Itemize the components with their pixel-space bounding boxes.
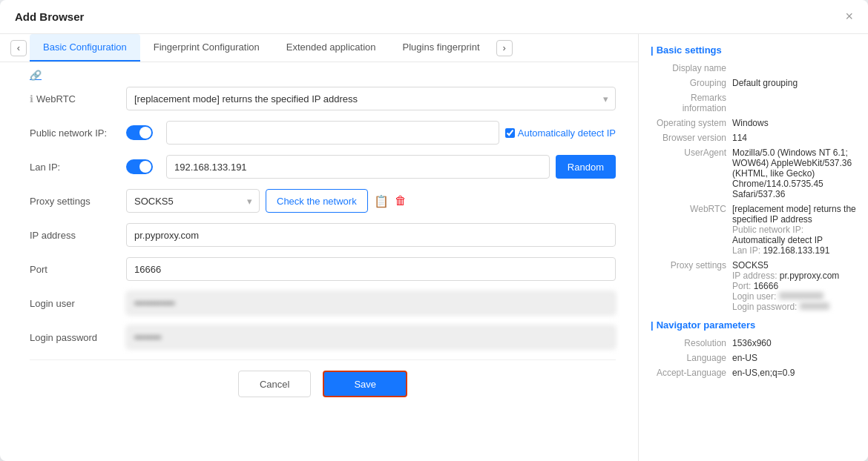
side-remarks: Remarks information xyxy=(651,93,856,113)
side-display-name: Display name xyxy=(651,63,856,73)
tab-fingerprint-configuration[interactable]: Fingerprint Configuration xyxy=(140,34,273,62)
side-login-user-blurred xyxy=(779,292,823,299)
tab-scroll-right[interactable]: › xyxy=(496,40,513,56)
login-password-row: Login password xyxy=(30,325,616,349)
tab-bar: ‹ Basic Configuration Fingerprint Config… xyxy=(0,34,638,62)
side-login-pass-blurred xyxy=(800,302,829,310)
close-button[interactable]: × xyxy=(845,9,853,24)
lan-ip-toggle[interactable] xyxy=(126,159,153,174)
save-button[interactable]: Save xyxy=(323,371,407,397)
lan-ip-input[interactable] xyxy=(166,155,550,179)
lan-ip-label: Lan IP: xyxy=(30,162,126,173)
auto-detect-checkbox[interactable] xyxy=(505,128,515,138)
login-password-label: Login password xyxy=(30,332,126,343)
auto-detect-label: Automatically detect IP xyxy=(518,127,616,139)
port-row: Port xyxy=(30,257,616,281)
tab-extended-application[interactable]: Extended application xyxy=(273,34,389,62)
blue-link[interactable]: 🔗 xyxy=(30,70,616,81)
add-browser-modal: Add Browser × ‹ Basic Configuration Fing… xyxy=(0,0,868,461)
webrtc-select[interactable]: [replacement mode] returns the specified… xyxy=(126,87,616,110)
proxy-settings-row: Proxy settings SOCKS5 Check the network … xyxy=(30,189,616,213)
side-os: Operating system Windows xyxy=(651,118,856,128)
side-language: Language en-US xyxy=(651,353,856,363)
side-grouping: Grouping Default grouping xyxy=(651,78,856,88)
cancel-button[interactable]: Cancel xyxy=(238,371,311,397)
public-ip-label: Public network IP: xyxy=(30,127,126,139)
side-accept-language: Accept-Language en-US,en;q=0.9 xyxy=(651,368,856,378)
webrtc-select-wrap: [replacement mode] returns the specified… xyxy=(126,87,616,110)
side-webrtc: WebRTC [replacement mode] returns the sp… xyxy=(651,204,856,256)
ip-address-row: IP address xyxy=(30,223,616,247)
tab-basic-configuration[interactable]: Basic Configuration xyxy=(30,34,140,62)
proxy-icons: 📋 🗑 xyxy=(374,194,407,208)
lan-ip-row: Lan IP: Random xyxy=(30,155,616,179)
side-resolution: Resolution 1536x960 xyxy=(651,338,856,348)
public-ip-row: Public network IP: Automatically detect … xyxy=(30,121,616,145)
proxy-controls: SOCKS5 Check the network 📋 🗑 xyxy=(126,189,616,213)
login-password-input[interactable] xyxy=(126,325,616,349)
port-input[interactable] xyxy=(126,257,616,281)
side-browser-version: Browser version 114 xyxy=(651,133,856,143)
lan-ip-controls: Random xyxy=(126,155,616,179)
side-useragent: UserAgent Mozilla/5.0 (Windows NT 6.1; W… xyxy=(651,147,856,199)
public-ip-input[interactable] xyxy=(166,121,499,145)
modal-header: Add Browser × xyxy=(0,0,868,34)
webrtc-row: ℹ WebRTC [replacement mode] returns the … xyxy=(30,87,616,110)
form-area: 🔗 ℹ WebRTC [replacement mode] returns th… xyxy=(0,62,638,461)
side-webrtc-public-label: Public network IP: xyxy=(732,225,803,235)
port-label: Port xyxy=(30,264,126,275)
side-panel: Basic settings Display name Grouping Def… xyxy=(638,34,868,461)
info-icon[interactable]: ℹ xyxy=(30,93,33,105)
tab-plugins-fingerprint[interactable]: Plugins fingerprint xyxy=(389,34,493,62)
login-user-input[interactable] xyxy=(126,291,616,315)
main-panel: ‹ Basic Configuration Fingerprint Config… xyxy=(0,34,638,461)
proxy-settings-label: Proxy settings xyxy=(30,196,126,207)
ip-address-input[interactable] xyxy=(126,223,616,247)
login-user-row: Login user xyxy=(30,291,616,315)
check-network-button[interactable]: Check the network xyxy=(266,189,368,213)
modal-title: Add Browser xyxy=(15,10,84,23)
modal-body: ‹ Basic Configuration Fingerprint Config… xyxy=(0,34,868,461)
proxy-type-select[interactable]: SOCKS5 xyxy=(126,189,260,213)
proxy-type-select-wrap: SOCKS5 xyxy=(126,189,260,213)
webrtc-label: ℹ WebRTC xyxy=(30,93,126,105)
proxy-delete-icon[interactable]: 🗑 xyxy=(395,194,407,208)
public-ip-toggle[interactable] xyxy=(126,125,153,140)
side-webrtc-lan-label: Lan IP: xyxy=(732,245,763,256)
random-button[interactable]: Random xyxy=(556,155,616,179)
side-proxy: Proxy settings SOCKS5 IP address: pr.pyp… xyxy=(651,260,856,312)
public-ip-controls: Automatically detect IP xyxy=(126,121,616,145)
proxy-copy-icon[interactable]: 📋 xyxy=(374,194,389,208)
basic-settings-title: Basic settings xyxy=(651,44,856,56)
ip-address-label: IP address xyxy=(30,230,126,241)
auto-detect-container: Automatically detect IP xyxy=(505,127,616,139)
login-user-label: Login user xyxy=(30,298,126,309)
navigator-params-title: Navigator parameters xyxy=(651,319,856,331)
footer-buttons: Cancel Save xyxy=(30,359,616,405)
tab-scroll-left[interactable]: ‹ xyxy=(10,40,27,56)
